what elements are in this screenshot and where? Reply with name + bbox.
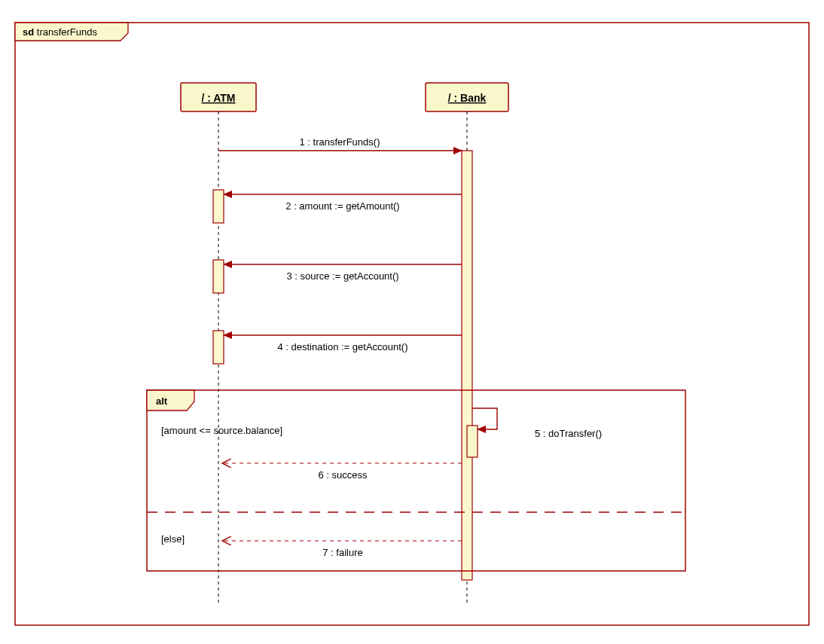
activation-atm-4 [213,331,224,364]
sd-frame [15,23,809,625]
msg-4-label: 4 : destination := getAccount() [277,341,407,353]
msg-7-label: 7 : failure [322,547,362,558]
sd-frame-label: sd transferFunds [23,26,97,38]
alt-frame-tab [147,390,194,411]
activation-atm-3 [213,260,224,293]
alt-guard-2: [else] [161,533,185,545]
msg-1-label: 1 : transferFunds() [300,136,380,148]
alt-guard-1: [amount <= source.balance] [161,425,282,436]
activation-bank-main [462,151,472,580]
msg-6-label: 6 : success [318,469,368,481]
alt-frame-label: alt [156,395,168,407]
msg-5-label: 5 : doTransfer() [535,428,602,439]
sequence-diagram: sd transferFunds / : ATM / : Bank 1 : tr… [0,0,824,644]
msg-3-label: 3 : source := getAccount() [286,270,398,282]
lifeline-bank-label: / : Bank [448,92,487,104]
activation-bank-self [467,426,478,457]
activation-atm-2 [213,190,224,223]
alt-frame [147,390,685,571]
lifeline-atm-label: / : ATM [201,92,235,104]
msg-2-label: 2 : amount := getAmount() [285,200,399,212]
